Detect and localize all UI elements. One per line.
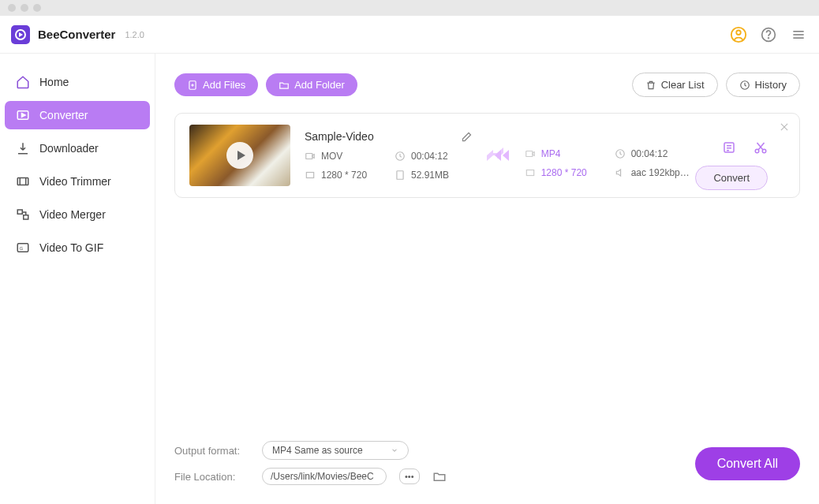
video-icon — [525, 148, 536, 159]
cut-icon[interactable] — [754, 140, 768, 155]
video-icon — [305, 151, 316, 162]
home-icon — [16, 75, 30, 89]
source-format: MOV — [321, 151, 342, 162]
svg-point-3 — [769, 37, 769, 38]
download-icon — [16, 141, 30, 155]
clock-icon — [395, 151, 406, 162]
file-location-label: File Location: — [174, 471, 249, 483]
add-files-button[interactable]: Add Files — [174, 73, 258, 96]
source-duration: 00:04:12 — [411, 151, 448, 162]
play-icon — [226, 142, 253, 169]
clear-list-button[interactable]: Clear List — [632, 73, 718, 97]
sidebar-item-merger[interactable]: Video Merger — [5, 200, 150, 229]
svg-rect-19 — [306, 154, 312, 159]
add-folder-label: Add Folder — [294, 79, 345, 91]
history-icon — [739, 80, 750, 91]
remove-item-icon[interactable] — [779, 121, 790, 133]
sidebar-item-label: Video Trimmer — [39, 175, 111, 188]
file-location-input[interactable]: /Users/link/Movies/BeeC — [262, 468, 387, 485]
svg-rect-23 — [525, 151, 532, 157]
folder-add-icon — [279, 80, 290, 91]
sidebar-item-label: Downloader — [39, 142, 99, 155]
trash-icon — [645, 80, 656, 91]
sidebar-item-label: Video Merger — [39, 208, 106, 221]
svg-marker-8 — [22, 114, 26, 118]
resolution-icon — [525, 167, 536, 178]
sidebar-item-label: Video To GIF — [39, 241, 103, 254]
close-window-dot[interactable] — [8, 4, 16, 12]
svg-rect-9 — [17, 178, 28, 185]
app-version: 1.2.0 — [125, 30, 144, 39]
history-label: History — [755, 79, 787, 91]
sidebar-item-trimmer[interactable]: Video Trimmer — [5, 167, 150, 196]
history-button[interactable]: History — [726, 73, 800, 97]
file-add-icon — [187, 80, 198, 91]
app-header: BeeConverter 1.2.0 — [0, 16, 819, 54]
video-thumbnail[interactable] — [189, 125, 290, 186]
window-titlebar — [0, 0, 819, 16]
output-format-label: Output format: — [174, 445, 249, 457]
svg-text:G: G — [20, 246, 24, 251]
convert-arrow-icon — [487, 147, 510, 163]
app-name: BeeConverter — [38, 28, 115, 41]
audio-icon — [615, 167, 626, 178]
dest-format[interactable]: MP4 — [541, 148, 561, 159]
source-size: 52.91MB — [411, 170, 449, 181]
clear-list-label: Clear List — [661, 79, 705, 91]
add-folder-button[interactable]: Add Folder — [266, 73, 357, 96]
resolution-icon — [305, 170, 316, 181]
merger-icon — [16, 207, 30, 222]
convert-button[interactable]: Convert — [695, 166, 768, 190]
size-icon — [395, 170, 406, 181]
dest-resolution[interactable]: 1280 * 720 — [541, 167, 587, 178]
settings-icon[interactable] — [722, 140, 736, 155]
sidebar: Home Converter Downloader Video Trimmer … — [0, 54, 155, 504]
toolbar: Add Files Add Folder Clear List History — [174, 73, 800, 97]
svg-rect-22 — [397, 171, 403, 180]
svg-line-34 — [758, 143, 765, 150]
output-format-select[interactable]: MP4 Same as source — [262, 441, 409, 460]
gif-icon: G — [16, 241, 30, 255]
sidebar-item-home[interactable]: Home — [5, 68, 150, 96]
sidebar-item-downloader[interactable]: Downloader — [5, 134, 150, 162]
menu-icon[interactable] — [789, 25, 808, 44]
dest-duration: 00:04:12 — [631, 148, 668, 159]
sidebar-item-label: Converter — [39, 109, 88, 121]
svg-rect-13 — [24, 215, 28, 219]
dest-audio: aac 192kbp… — [631, 167, 690, 178]
sidebar-item-label: Home — [39, 76, 69, 88]
svg-line-35 — [757, 143, 764, 150]
svg-rect-12 — [17, 210, 22, 214]
svg-rect-21 — [306, 173, 313, 178]
zoom-window-dot[interactable] — [33, 4, 41, 12]
add-files-label: Add Files — [203, 79, 245, 91]
clock-icon — [615, 148, 626, 159]
source-meta: Sample-Video MOV 00:04:12 1280 * 720 52.… — [305, 130, 473, 181]
browse-button[interactable]: ••• — [399, 469, 420, 484]
output-format-value: MP4 Same as source — [272, 445, 363, 456]
file-name: Sample-Video — [305, 130, 374, 143]
trimmer-icon — [16, 174, 30, 189]
convert-all-button[interactable]: Convert All — [695, 447, 800, 480]
converter-icon — [16, 108, 30, 122]
sidebar-item-gif[interactable]: G Video To GIF — [5, 233, 150, 262]
svg-rect-25 — [526, 170, 533, 176]
minimize-window-dot[interactable] — [21, 4, 28, 12]
main-panel: Add Files Add Folder Clear List History — [155, 54, 819, 504]
app-logo — [11, 25, 30, 44]
chevron-down-icon — [391, 446, 398, 454]
svg-point-1 — [736, 30, 741, 35]
source-resolution: 1280 * 720 — [321, 170, 367, 181]
convert-item-card: Sample-Video MOV 00:04:12 1280 * 720 52.… — [174, 113, 800, 198]
help-icon[interactable] — [759, 25, 778, 44]
dest-meta: MP4 00:04:12 1280 * 720 aac 192kbp… — [525, 148, 690, 178]
account-icon[interactable] — [729, 25, 748, 44]
edit-name-icon[interactable] — [461, 131, 473, 143]
sidebar-item-converter[interactable]: Converter — [5, 101, 150, 129]
open-folder-icon[interactable] — [432, 469, 447, 483]
